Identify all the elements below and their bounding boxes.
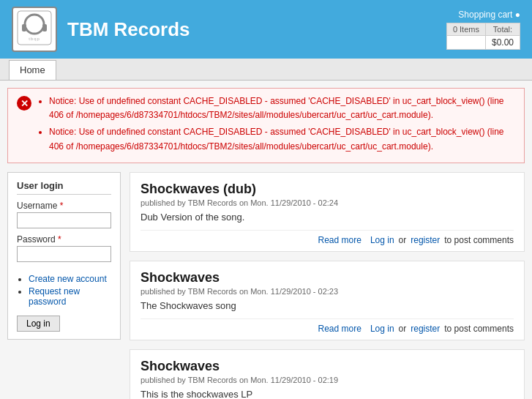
post-title: Shockwaves — [141, 270, 514, 286]
logo-icon: tbqp — [16, 10, 53, 50]
sidebar-links: Create new account Request new password — [17, 274, 111, 307]
or-text: or — [399, 324, 407, 334]
username-required: * — [60, 201, 64, 211]
read-more-link[interactable]: Read more — [318, 324, 361, 334]
register-link[interactable]: register — [411, 235, 440, 245]
main-layout: User login Username * Password * Create … — [7, 172, 525, 399]
cart-items-header: 0 Items — [446, 23, 485, 35]
login-link[interactable]: Log in — [370, 324, 394, 334]
post-body: Dub Version of the song. — [141, 212, 514, 223]
tab-home[interactable]: Home — [9, 60, 56, 80]
post-block: Shockwaves published by TBM Records on M… — [130, 261, 525, 340]
create-account-link[interactable]: Create new account — [29, 274, 107, 284]
post-footer: Read more Log in or register to post com… — [141, 318, 514, 334]
post-meta: published by TBM Records on Mon. 11/29/2… — [141, 376, 514, 384]
error-message-2: Notice: Use of undefined constant CACHE_… — [49, 125, 515, 153]
error-messages: Notice: Use of undefined constant CACHE_… — [37, 94, 515, 157]
header-left: tbqp TBM Records — [12, 7, 190, 52]
username-label: Username * — [17, 201, 111, 211]
post-meta: published by TBM Records on Mon. 11/29/2… — [141, 198, 514, 207]
svg-text:tbqp: tbqp — [29, 37, 40, 41]
post-body: This is the shockwaves LP — [141, 389, 514, 399]
post-block: Shockwaves (dub) published by TBM Record… — [130, 172, 525, 252]
list-item: Request new password — [29, 286, 111, 307]
password-input[interactable] — [17, 246, 111, 262]
posts-area: Shockwaves (dub) published by TBM Record… — [130, 172, 525, 399]
or-text: or — [399, 235, 407, 245]
read-more-link[interactable]: Read more — [318, 235, 361, 245]
header: tbqp TBM Records Shopping cart ● 0 Items… — [0, 0, 532, 59]
register-link[interactable]: register — [411, 324, 440, 334]
error-icon: ✕ — [17, 96, 31, 111]
password-label: Password * — [17, 234, 111, 245]
svg-rect-3 — [42, 24, 47, 31]
post-comments-text: to post comments — [444, 235, 514, 245]
login-title: User login — [17, 180, 111, 195]
post-comments-text: to post comments — [444, 324, 514, 334]
post-title: Shockwaves — [141, 359, 514, 374]
cart-total-header: Total: — [485, 23, 520, 35]
nav-bar: Home — [0, 59, 532, 81]
sidebar: User login Username * Password * Create … — [7, 172, 121, 399]
post-block: Shockwaves published by TBM Records on M… — [130, 349, 525, 399]
login-button[interactable]: Log in — [17, 316, 60, 332]
login-link[interactable]: Log in — [370, 235, 394, 245]
error-message-1: Notice: Use of undefined constant CACHE_… — [49, 94, 515, 122]
login-box: User login Username * Password * Create … — [7, 172, 121, 340]
post-footer: Read more Log in or register to post com… — [141, 230, 514, 245]
password-required: * — [58, 234, 61, 245]
cart-area: Shopping cart ● 0 Items Total: $0.00 — [446, 10, 520, 50]
logo: tbqp — [12, 7, 57, 52]
post-meta: published by TBM Records on Mon. 11/29/2… — [141, 287, 514, 296]
site-title: TBM Records — [67, 18, 190, 41]
content-wrapper: ✕ Notice: Use of undefined constant CACH… — [0, 81, 532, 399]
error-box: ✕ Notice: Use of undefined constant CACH… — [7, 88, 525, 163]
cart-label: Shopping cart ● — [446, 10, 520, 20]
cart-table: 0 Items Total: $0.00 — [446, 23, 520, 50]
request-password-link[interactable]: Request new password — [29, 286, 80, 307]
cart-items-value — [446, 35, 485, 49]
post-title: Shockwaves (dub) — [141, 182, 514, 197]
post-body: The Shockwaves song — [141, 300, 514, 311]
username-input[interactable] — [17, 212, 111, 228]
cart-total-value: $0.00 — [485, 35, 520, 49]
logo-svg: tbqp — [16, 10, 53, 46]
svg-rect-2 — [22, 24, 26, 31]
list-item: Create new account — [29, 274, 111, 284]
